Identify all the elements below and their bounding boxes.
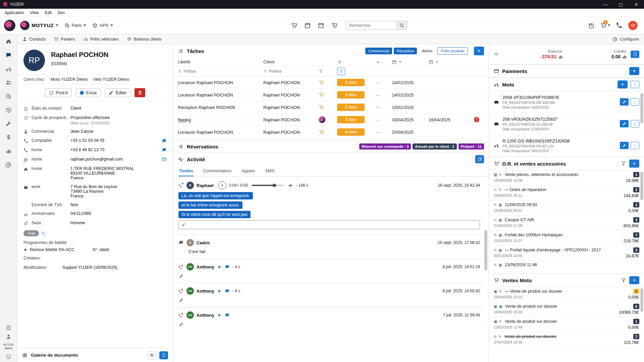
- sidebar-item-stock[interactable]: [0, 107, 17, 113]
- delete-button[interactable]: [135, 88, 145, 97]
- or-item[interactable]: ✎ ▦Forfait des 1000km Hymalayan7 13/02/2…: [489, 231, 644, 246]
- task-row[interactable]: Livraison Raphael POCHON Raphael POCHON …: [173, 126, 489, 138]
- search-input[interactable]: [346, 21, 397, 30]
- calendar-edit-icon[interactable]: [318, 22, 324, 29]
- edit-button[interactable]: Éditer: [105, 88, 131, 97]
- scrollbar-thumb[interactable]: [640, 93, 643, 123]
- sidebar-item-sales[interactable]: $: [0, 134, 17, 140]
- comment-toggle[interactable]: [179, 321, 480, 326]
- play-icon[interactable]: [217, 312, 222, 318]
- scrollbar-thumb[interactable]: [640, 288, 643, 312]
- activity-expand-button[interactable]: [475, 155, 484, 163]
- cart-icon[interactable]: [291, 22, 298, 29]
- info-icon[interactable]: [6, 354, 11, 359]
- client-chez-velo[interactable]: Vélo YUZER Démo: [93, 77, 129, 82]
- sidebar-item-stats[interactable]: [0, 148, 17, 154]
- credits-detail-icon[interactable]: [622, 54, 627, 59]
- moto-section-header[interactable]: Moto +: [489, 78, 644, 91]
- audio-progress-slider[interactable]: [252, 185, 284, 186]
- department-switcher[interactable]: APV: [91, 23, 114, 28]
- vehicle-workshop-button[interactable]: [620, 98, 629, 106]
- sort-icon[interactable]: [435, 60, 439, 64]
- tab-balance-clients[interactable]: Balance clients: [127, 37, 162, 42]
- volume-icon[interactable]: [288, 183, 293, 188]
- cart-menu[interactable]: 1: [600, 22, 610, 29]
- clipboard-icon[interactable]: [6, 325, 11, 330]
- tab-paniers[interactable]: Paniers: [54, 37, 75, 42]
- or-item[interactable]: ✎ ▦— Forfait liquide d'embrayage - VFR12…: [489, 246, 644, 261]
- chat-icon[interactable]: [225, 264, 230, 269]
- or-item[interactable]: ✎ ▦11/09/2025 09:531 11/09/2025 09:530,0…: [489, 200, 644, 216]
- column-libelle[interactable]: Libellé: [178, 59, 263, 64]
- reservations-bar[interactable]: Réservations Réservé sur commande : 3 An…: [173, 140, 489, 153]
- vehicle-menu-button[interactable]: [631, 142, 639, 149]
- tag-chip[interactable]: Trail: [23, 230, 39, 236]
- sidebar-item-company[interactable]: [0, 93, 17, 100]
- email-icon[interactable]: [162, 157, 167, 162]
- vehicle-workshop-button[interactable]: [620, 142, 629, 149]
- menu-dev[interactable]: Dev: [55, 10, 68, 16]
- balance-report-button[interactable]: [631, 51, 639, 58]
- sort-desc-icon[interactable]: [398, 60, 402, 64]
- comment-toggle[interactable]: [179, 273, 480, 278]
- chat-icon[interactable]: [225, 288, 230, 294]
- comment-toggle[interactable]: [179, 297, 480, 302]
- brand-switcher[interactable]: MOTYUZ: [19, 21, 60, 30]
- tab-commercial[interactable]: Commercial: [365, 48, 392, 54]
- document-gallery-bar[interactable]: Galerie de documents: [17, 348, 173, 362]
- order-cart-icon[interactable]: [319, 129, 337, 135]
- status-column-icon[interactable]: [337, 60, 342, 64]
- sms-icon[interactable]: [162, 138, 167, 143]
- moto-menu-button[interactable]: [631, 81, 639, 88]
- activity-feed[interactable]: R Raphael 0:04 / 0:05 - 146 s 16 sept. 2…: [173, 177, 489, 362]
- or-section-header[interactable]: O.R. et ventes accessoires +: [489, 157, 644, 170]
- vente-item[interactable]: ▣ ✎Vente de produit sur dossier1 13/02/2…: [489, 317, 644, 332]
- vehicle-menu-button[interactable]: [631, 120, 639, 127]
- funnel-icon[interactable]: [621, 161, 626, 166]
- phone-icon[interactable]: [616, 22, 623, 29]
- scrollbar-thumb[interactable]: [484, 230, 487, 270]
- chat-icon[interactable]: [225, 312, 230, 318]
- search-button[interactable]: [397, 21, 407, 30]
- menu-application[interactable]: Application: [1, 10, 27, 16]
- or-item[interactable]: ✂ ▦Casque GT AIR3 21/05/2025 17:28603,95…: [489, 216, 644, 231]
- filter-libelle[interactable]: Préfixe: [178, 69, 263, 74]
- sort-asc-icon[interactable]: [376, 60, 380, 64]
- task-row[interactable]: fgggkg Raphael POCHON À faire — 16/04/20…: [173, 114, 489, 126]
- vehicle-row[interactable]: R 1200 GS WB10A0105FZ162638 FR_REGISTRAT…: [489, 135, 644, 157]
- sidebar-item-home[interactable]: [0, 38, 17, 45]
- tab-commentaires[interactable]: Commentaires: [203, 166, 232, 176]
- paiements-section-header[interactable]: Paiements +: [489, 64, 644, 78]
- tab-prets-produits[interactable]: Prêts produits: [437, 47, 468, 55]
- task-row[interactable]: Livraison Raphael POCHON Raphael POCHON …: [173, 76, 489, 89]
- user-avatar[interactable]: [628, 20, 638, 31]
- add-payment-button[interactable]: +: [629, 67, 639, 75]
- minimize-button[interactable]: —: [598, 0, 613, 9]
- location-switcher[interactable]: Paris: [63, 23, 88, 28]
- close-button[interactable]: ✕: [629, 0, 644, 9]
- sidebar-item-messages[interactable]: [0, 52, 17, 58]
- vente-item[interactable]: ▣ ▦Vente de produit sur dossier6 16/04/2…: [489, 302, 644, 317]
- tab-atelier[interactable]: Atelier: [419, 48, 436, 54]
- vehicle-menu-button[interactable]: [631, 98, 639, 106]
- register-icon[interactable]: [331, 22, 338, 29]
- or-item[interactable]: ✂ ✎— Ordre de réparation2 15/09/2025 20:…: [489, 185, 644, 200]
- tab-sms[interactable]: SMS: [264, 166, 275, 176]
- vehicle-workshop-button[interactable]: [620, 120, 629, 127]
- play-icon[interactable]: [217, 288, 222, 294]
- client-avatar[interactable]: [319, 116, 337, 123]
- sidebar-item-settings[interactable]: [0, 162, 17, 168]
- tab-appels[interactable]: Appels: [241, 166, 256, 176]
- history-icon[interactable]: [588, 22, 595, 29]
- vehicle-row[interactable]: 2008 VF3CU9HP0FY039676 FR_REGISTRATION D…: [489, 91, 644, 113]
- tab-prets-vehicules[interactable]: Prêts véhicules: [83, 37, 119, 42]
- sidebar-item-users[interactable]: [0, 79, 17, 86]
- add-task-button[interactable]: +: [474, 47, 484, 55]
- menu-edit[interactable]: Edit: [42, 10, 55, 16]
- tab-reception[interactable]: Réception: [394, 48, 417, 54]
- sms-icon[interactable]: [162, 147, 167, 153]
- order-cart-icon[interactable]: [319, 92, 337, 98]
- calendar-icon[interactable]: [429, 60, 433, 64]
- filter-client[interactable]: Préfixe: [263, 69, 319, 74]
- essai-button[interactable]: Essai: [76, 88, 101, 97]
